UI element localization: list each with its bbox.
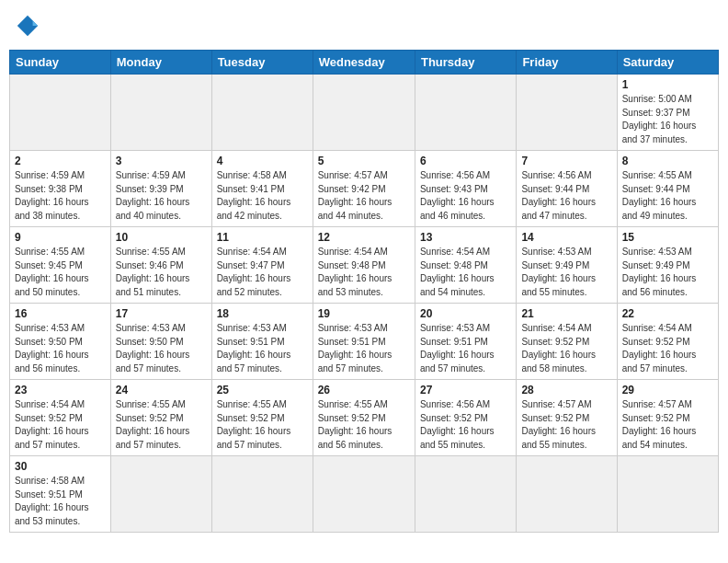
calendar-week-row: 16Sunrise: 4:53 AM Sunset: 9:50 PM Dayli… xyxy=(10,304,719,380)
day-info: Sunrise: 4:57 AM Sunset: 9:52 PM Dayligh… xyxy=(521,398,611,452)
calendar-day-cell: 17Sunrise: 4:53 AM Sunset: 9:50 PM Dayli… xyxy=(110,304,211,380)
calendar-day-cell xyxy=(517,456,617,533)
calendar-day-cell xyxy=(313,456,415,533)
calendar-table: SundayMondayTuesdayWednesdayThursdayFrid… xyxy=(9,50,719,533)
day-number: 15 xyxy=(622,231,713,244)
calendar-day-cell xyxy=(211,75,313,151)
day-info: Sunrise: 4:54 AM Sunset: 9:52 PM Dayligh… xyxy=(15,398,106,452)
calendar-day-cell xyxy=(517,75,617,151)
day-number: 9 xyxy=(15,231,106,244)
day-number: 11 xyxy=(217,231,308,244)
day-info: Sunrise: 4:57 AM Sunset: 9:52 PM Dayligh… xyxy=(622,398,713,452)
calendar-day-cell xyxy=(110,456,211,533)
day-number: 24 xyxy=(116,384,207,396)
calendar-week-row: 9Sunrise: 4:55 AM Sunset: 9:45 PM Daylig… xyxy=(10,227,719,304)
day-info: Sunrise: 4:53 AM Sunset: 9:50 PM Dayligh… xyxy=(116,322,207,375)
day-number: 14 xyxy=(521,231,611,244)
calendar-day-cell xyxy=(10,75,111,151)
day-number: 22 xyxy=(622,307,713,320)
calendar-day-cell: 20Sunrise: 4:53 AM Sunset: 9:51 PM Dayli… xyxy=(415,304,516,380)
calendar-day-cell: 13Sunrise: 4:54 AM Sunset: 9:48 PM Dayli… xyxy=(415,227,516,304)
weekday-header-tuesday: Tuesday xyxy=(211,51,313,75)
day-info: Sunrise: 4:58 AM Sunset: 9:51 PM Dayligh… xyxy=(15,475,106,528)
day-info: Sunrise: 4:54 AM Sunset: 9:48 PM Dayligh… xyxy=(420,246,511,299)
day-number: 7 xyxy=(521,155,611,167)
day-number: 8 xyxy=(622,155,713,167)
day-number: 30 xyxy=(15,460,106,473)
day-info: Sunrise: 4:54 AM Sunset: 9:52 PM Dayligh… xyxy=(521,322,611,375)
calendar-day-cell: 29Sunrise: 4:57 AM Sunset: 9:52 PM Dayli… xyxy=(617,380,718,456)
calendar-day-cell: 21Sunrise: 4:54 AM Sunset: 9:52 PM Dayli… xyxy=(517,304,617,380)
day-info: Sunrise: 4:53 AM Sunset: 9:51 PM Dayligh… xyxy=(217,322,308,375)
calendar-day-cell: 16Sunrise: 4:53 AM Sunset: 9:50 PM Dayli… xyxy=(10,304,111,380)
calendar-week-row: 2Sunrise: 4:59 AM Sunset: 9:38 PM Daylig… xyxy=(10,151,719,227)
calendar-week-row: 30Sunrise: 4:58 AM Sunset: 9:51 PM Dayli… xyxy=(10,456,719,533)
calendar-day-cell: 19Sunrise: 4:53 AM Sunset: 9:51 PM Dayli… xyxy=(313,304,415,380)
calendar-day-cell: 15Sunrise: 4:53 AM Sunset: 9:49 PM Dayli… xyxy=(617,227,718,304)
calendar-day-cell: 24Sunrise: 4:55 AM Sunset: 9:52 PM Dayli… xyxy=(110,380,211,456)
day-info: Sunrise: 4:53 AM Sunset: 9:51 PM Dayligh… xyxy=(420,322,511,375)
day-number: 13 xyxy=(420,231,511,244)
day-number: 10 xyxy=(116,231,207,244)
calendar-day-cell: 27Sunrise: 4:56 AM Sunset: 9:52 PM Dayli… xyxy=(415,380,516,456)
calendar-day-cell: 30Sunrise: 4:58 AM Sunset: 9:51 PM Dayli… xyxy=(10,456,111,533)
day-number: 19 xyxy=(318,307,410,320)
day-info: Sunrise: 4:55 AM Sunset: 9:45 PM Dayligh… xyxy=(15,246,106,299)
day-number: 17 xyxy=(116,307,207,320)
day-number: 6 xyxy=(420,155,511,167)
day-info: Sunrise: 5:00 AM Sunset: 9:37 PM Dayligh… xyxy=(622,93,713,146)
day-info: Sunrise: 4:55 AM Sunset: 9:44 PM Dayligh… xyxy=(622,169,713,223)
day-number: 23 xyxy=(15,384,106,396)
calendar-day-cell xyxy=(617,456,718,533)
calendar-day-cell: 22Sunrise: 4:54 AM Sunset: 9:52 PM Dayli… xyxy=(617,304,718,380)
day-info: Sunrise: 4:57 AM Sunset: 9:42 PM Dayligh… xyxy=(318,169,410,223)
day-info: Sunrise: 4:56 AM Sunset: 9:43 PM Dayligh… xyxy=(420,169,511,223)
day-number: 12 xyxy=(318,231,410,244)
weekday-header-wednesday: Wednesday xyxy=(313,51,415,75)
calendar-day-cell xyxy=(313,75,415,151)
calendar-day-cell: 3Sunrise: 4:59 AM Sunset: 9:39 PM Daylig… xyxy=(110,151,211,227)
weekday-header-saturday: Saturday xyxy=(617,51,718,75)
weekday-header-row: SundayMondayTuesdayWednesdayThursdayFrid… xyxy=(10,51,719,75)
logo-icon xyxy=(15,13,40,39)
calendar-day-cell: 7Sunrise: 4:56 AM Sunset: 9:44 PM Daylig… xyxy=(517,151,617,227)
day-info: Sunrise: 4:53 AM Sunset: 9:49 PM Dayligh… xyxy=(622,246,713,299)
day-number: 29 xyxy=(622,384,713,396)
day-number: 20 xyxy=(420,307,511,320)
header xyxy=(9,9,719,42)
day-info: Sunrise: 4:59 AM Sunset: 9:39 PM Dayligh… xyxy=(116,169,207,223)
day-info: Sunrise: 4:54 AM Sunset: 9:47 PM Dayligh… xyxy=(217,246,308,299)
calendar-day-cell: 2Sunrise: 4:59 AM Sunset: 9:38 PM Daylig… xyxy=(10,151,111,227)
day-info: Sunrise: 4:56 AM Sunset: 9:44 PM Dayligh… xyxy=(521,169,611,223)
day-info: Sunrise: 4:55 AM Sunset: 9:52 PM Dayligh… xyxy=(217,398,308,452)
calendar-day-cell: 1Sunrise: 5:00 AM Sunset: 9:37 PM Daylig… xyxy=(617,75,718,151)
day-info: Sunrise: 4:59 AM Sunset: 9:38 PM Dayligh… xyxy=(15,169,106,223)
day-info: Sunrise: 4:54 AM Sunset: 9:52 PM Dayligh… xyxy=(622,322,713,375)
calendar-day-cell: 28Sunrise: 4:57 AM Sunset: 9:52 PM Dayli… xyxy=(517,380,617,456)
calendar-day-cell: 18Sunrise: 4:53 AM Sunset: 9:51 PM Dayli… xyxy=(211,304,313,380)
calendar-day-cell xyxy=(415,75,516,151)
calendar-day-cell: 23Sunrise: 4:54 AM Sunset: 9:52 PM Dayli… xyxy=(10,380,111,456)
weekday-header-thursday: Thursday xyxy=(415,51,516,75)
day-info: Sunrise: 4:58 AM Sunset: 9:41 PM Dayligh… xyxy=(217,169,308,223)
calendar-day-cell xyxy=(110,75,211,151)
calendar-day-cell: 26Sunrise: 4:55 AM Sunset: 9:52 PM Dayli… xyxy=(313,380,415,456)
calendar-day-cell: 5Sunrise: 4:57 AM Sunset: 9:42 PM Daylig… xyxy=(313,151,415,227)
day-number: 21 xyxy=(521,307,611,320)
calendar-week-row: 1Sunrise: 5:00 AM Sunset: 9:37 PM Daylig… xyxy=(10,75,719,151)
day-number: 25 xyxy=(217,384,308,396)
calendar-day-cell: 14Sunrise: 4:53 AM Sunset: 9:49 PM Dayli… xyxy=(517,227,617,304)
day-number: 16 xyxy=(15,307,106,320)
weekday-header-monday: Monday xyxy=(110,51,211,75)
day-info: Sunrise: 4:54 AM Sunset: 9:48 PM Dayligh… xyxy=(318,246,410,299)
day-number: 27 xyxy=(420,384,511,396)
day-number: 28 xyxy=(521,384,611,396)
day-info: Sunrise: 4:55 AM Sunset: 9:52 PM Dayligh… xyxy=(318,398,410,452)
calendar-day-cell: 10Sunrise: 4:55 AM Sunset: 9:46 PM Dayli… xyxy=(110,227,211,304)
calendar-day-cell: 12Sunrise: 4:54 AM Sunset: 9:48 PM Dayli… xyxy=(313,227,415,304)
day-info: Sunrise: 4:56 AM Sunset: 9:52 PM Dayligh… xyxy=(420,398,511,452)
calendar-day-cell: 25Sunrise: 4:55 AM Sunset: 9:52 PM Dayli… xyxy=(211,380,313,456)
day-info: Sunrise: 4:55 AM Sunset: 9:46 PM Dayligh… xyxy=(116,246,207,299)
day-number: 4 xyxy=(217,155,308,167)
calendar-day-cell: 9Sunrise: 4:55 AM Sunset: 9:45 PM Daylig… xyxy=(10,227,111,304)
